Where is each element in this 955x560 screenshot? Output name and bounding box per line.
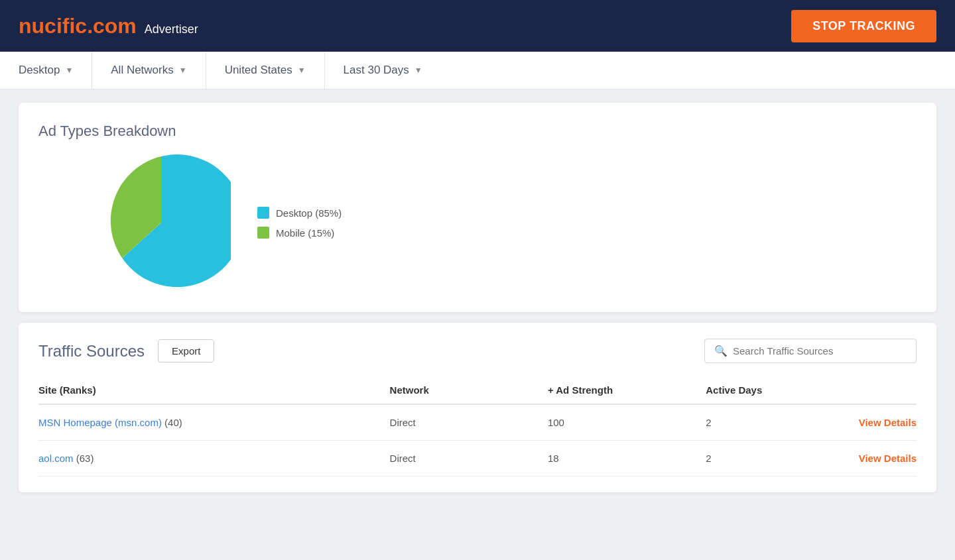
- site-rank-1: (40): [164, 417, 182, 428]
- legend-desktop-color: [257, 207, 269, 219]
- table-row: aol.com (63) Direct 18 2 View Details: [38, 441, 917, 476]
- filter-network-label: All Networks: [111, 64, 173, 77]
- traffic-header: Traffic Sources Export 🔍: [38, 339, 917, 363]
- site-link-2[interactable]: aol.com: [38, 453, 76, 464]
- filter-network[interactable]: All Networks ▼: [92, 52, 206, 89]
- days-cell-2: 2: [706, 441, 838, 476]
- site-name: nucific.com: [19, 14, 137, 38]
- filter-period-label: Last 30 Days: [344, 64, 409, 77]
- table-body: MSN Homepage (msn.com) (40) Direct 100 2…: [38, 404, 917, 476]
- advertiser-label: Advertiser: [145, 23, 198, 36]
- strength-cell-1: 100: [548, 404, 706, 441]
- site-cell-2: aol.com (63): [38, 441, 390, 476]
- site-link-1[interactable]: MSN Homepage (msn.com): [38, 417, 164, 428]
- legend-mobile-color: [257, 227, 269, 239]
- export-button[interactable]: Export: [158, 339, 214, 363]
- view-details-2[interactable]: View Details: [859, 453, 917, 464]
- filter-network-arrow: ▼: [179, 66, 187, 75]
- filter-country-label: United States: [225, 64, 292, 77]
- col-header-days: Active Days: [706, 376, 838, 404]
- traffic-sources-card: Traffic Sources Export 🔍 Site (Ranks) Ne…: [19, 323, 936, 492]
- table-row: MSN Homepage (msn.com) (40) Direct 100 2…: [38, 404, 917, 441]
- site-cell-1: MSN Homepage (msn.com) (40): [38, 404, 390, 441]
- filter-period-arrow: ▼: [414, 66, 422, 75]
- stop-tracking-button[interactable]: STOP TRACKING: [791, 10, 936, 42]
- legend-desktop: Desktop (85%): [257, 207, 342, 219]
- header: nucific.com Advertiser STOP TRACKING: [0, 0, 955, 52]
- filter-country-arrow: ▼: [298, 66, 306, 75]
- filter-device-label: Desktop: [19, 64, 60, 77]
- main-content: Ad Types Breakdown Desktop (85%): [0, 89, 955, 506]
- days-cell-1: 2: [706, 404, 838, 441]
- header-left: nucific.com Advertiser: [19, 14, 198, 38]
- view-details-1[interactable]: View Details: [859, 417, 917, 428]
- ad-types-card: Ad Types Breakdown Desktop (85%): [19, 103, 936, 312]
- action-cell-1: View Details: [838, 404, 917, 441]
- traffic-header-left: Traffic Sources Export: [38, 339, 214, 363]
- chart-container: Desktop (85%) Mobile (15%): [38, 153, 917, 292]
- col-header-action: [838, 376, 917, 404]
- col-header-strength: + Ad Strength: [548, 376, 706, 404]
- legend-mobile: Mobile (15%): [257, 227, 342, 239]
- legend-mobile-label: Mobile (15%): [276, 227, 334, 239]
- site-rank-2: (63): [76, 453, 94, 464]
- col-header-site: Site (Ranks): [38, 376, 390, 404]
- table-header: Site (Ranks) Network + Ad Strength Activ…: [38, 376, 917, 404]
- search-icon: 🔍: [714, 345, 728, 357]
- network-cell-1: Direct: [390, 404, 548, 441]
- filter-bar: Desktop ▼ All Networks ▼ United States ▼…: [0, 52, 955, 89]
- legend-desktop-label: Desktop (85%): [276, 207, 342, 219]
- filter-device[interactable]: Desktop ▼: [0, 52, 92, 89]
- col-header-network: Network: [390, 376, 548, 404]
- filter-country[interactable]: United States ▼: [206, 52, 325, 89]
- search-input[interactable]: [733, 345, 907, 357]
- filter-device-arrow: ▼: [65, 66, 73, 75]
- filter-period[interactable]: Last 30 Days ▼: [325, 52, 441, 89]
- strength-cell-2: 18: [548, 441, 706, 476]
- chart-legend: Desktop (85%) Mobile (15%): [257, 207, 342, 239]
- traffic-table: Site (Ranks) Network + Ad Strength Activ…: [38, 376, 917, 476]
- ad-types-title: Ad Types Breakdown: [38, 123, 917, 140]
- search-box: 🔍: [704, 339, 917, 363]
- network-cell-2: Direct: [390, 441, 548, 476]
- traffic-sources-title: Traffic Sources: [38, 342, 145, 361]
- action-cell-2: View Details: [838, 441, 917, 476]
- pie-chart: [92, 153, 231, 292]
